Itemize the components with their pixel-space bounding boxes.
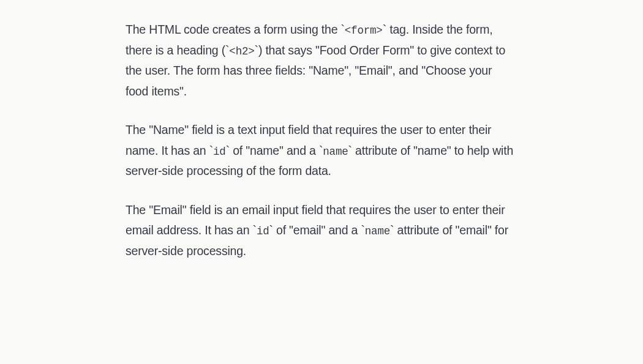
paragraph-1: The HTML code creates a form using the `… (126, 20, 517, 102)
code-inline: name (365, 225, 390, 237)
code-inline: name (323, 146, 348, 158)
code-inline: id (257, 225, 269, 237)
code-inline: id (213, 146, 226, 158)
code-inline: <form> (345, 24, 383, 37)
document-content: The HTML code creates a form using the `… (113, 20, 530, 261)
text-segment: ` of "email" and a ` (269, 223, 365, 237)
text-segment: ` of "name" and a ` (226, 144, 323, 157)
text-segment: The HTML code creates a form using the ` (126, 23, 345, 36)
paragraph-2: The "Name" field is a text input field t… (126, 120, 517, 182)
code-inline: <h2> (229, 45, 254, 58)
paragraph-3: The "Email" field is an email input fiel… (126, 200, 517, 262)
